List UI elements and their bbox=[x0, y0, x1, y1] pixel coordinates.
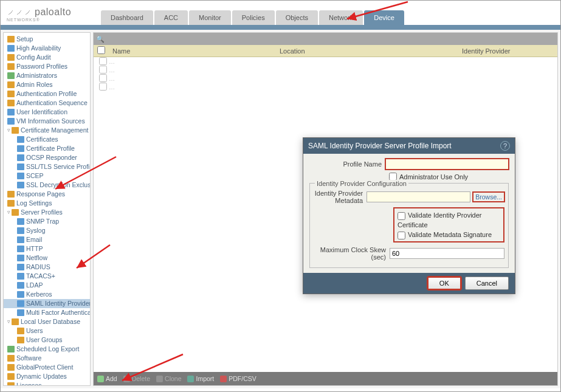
sidebar-item-label: Certificate Profile bbox=[26, 145, 75, 153]
sidebar-item-ssl-tls-service-profile[interactable]: SSL/TLS Service Profile bbox=[4, 162, 90, 171]
sidebar-item-users[interactable]: Users bbox=[4, 326, 90, 335]
tab-policies[interactable]: Policies bbox=[232, 10, 275, 25]
grid-header-location[interactable]: Location bbox=[276, 47, 458, 55]
table-row[interactable]: … bbox=[94, 83, 557, 91]
sidebar-item-saml-identity-provider[interactable]: SAML Identity Provider bbox=[4, 299, 90, 308]
validate-sig-checkbox[interactable] bbox=[398, 232, 405, 239]
sidebar-item-software[interactable]: Software bbox=[4, 354, 90, 363]
help-icon[interactable]: ? bbox=[500, 141, 510, 151]
app-header: ⟋⟋⟋paloalto NETWORKS® DashboardACCMonito… bbox=[1, 1, 560, 25]
table-row[interactable]: … bbox=[94, 74, 557, 83]
sidebar-item-user-identification[interactable]: User Identification bbox=[4, 108, 90, 117]
ok-button[interactable]: OK bbox=[427, 277, 461, 290]
sidebar-item-snmp-trap[interactable]: SNMP Trap bbox=[4, 217, 90, 226]
tree-icon bbox=[7, 109, 15, 115]
validation-check-group: Validate Identity Provider Certificate V… bbox=[393, 207, 504, 242]
row-checkbox[interactable] bbox=[99, 74, 107, 82]
sidebar-item-scheduled-log-export[interactable]: Scheduled Log Export bbox=[4, 345, 90, 354]
metadata-input[interactable] bbox=[367, 191, 470, 202]
tree-icon bbox=[12, 318, 19, 325]
tree-icon bbox=[17, 236, 24, 243]
row-checkbox[interactable] bbox=[99, 66, 107, 74]
sidebar-item-label: Administrators bbox=[16, 72, 57, 80]
browse-button[interactable]: Browse... bbox=[473, 192, 504, 202]
saml-import-dialog: SAML Identity Provider Server Profile Im… bbox=[303, 137, 515, 294]
search-bar[interactable]: 🔍 bbox=[94, 33, 557, 45]
sidebar-item-dynamic-updates[interactable]: Dynamic Updates bbox=[4, 372, 90, 381]
sidebar-item-ldap[interactable]: LDAP bbox=[4, 281, 90, 290]
sidebar-item-config-audit[interactable]: Config Audit bbox=[4, 53, 90, 62]
tab-acc[interactable]: ACC bbox=[154, 10, 188, 25]
grid-header-check[interactable] bbox=[94, 46, 109, 55]
sidebar-item-globalprotect-client[interactable]: GlobalProtect Client bbox=[4, 363, 90, 372]
sidebar-item-certificate-management[interactable]: Certificate Management bbox=[4, 126, 90, 135]
row-checkbox[interactable] bbox=[99, 57, 107, 65]
tree-icon bbox=[12, 209, 19, 216]
sidebar-item-syslog[interactable]: Syslog bbox=[4, 226, 90, 235]
sidebar-item-certificates[interactable]: Certificates bbox=[4, 135, 90, 144]
grid-header-idp[interactable]: Identity Provider bbox=[458, 47, 557, 55]
tree-icon bbox=[7, 346, 15, 352]
sidebar-item-setup[interactable]: Setup bbox=[4, 35, 90, 44]
sidebar-item-ocsp-responder[interactable]: OCSP Responder bbox=[4, 153, 90, 162]
sidebar-item-multi-factor-authentication[interactable]: Multi Factor Authentication bbox=[4, 308, 90, 317]
tab-monitor[interactable]: Monitor bbox=[189, 10, 231, 25]
import-button[interactable]: Import bbox=[187, 375, 214, 382]
sidebar-item-label: Log Settings bbox=[16, 199, 52, 207]
tab-dashboard[interactable]: Dashboard bbox=[101, 10, 153, 25]
sidebar-item-tacacs-[interactable]: TACACS+ bbox=[4, 272, 90, 281]
sidebar-item-log-settings[interactable]: Log Settings bbox=[4, 199, 90, 208]
sidebar-item-authentication-sequence[interactable]: Authentication Sequence bbox=[4, 98, 90, 108]
sidebar-item-local-user-database[interactable]: Local User Database bbox=[4, 317, 90, 326]
sidebar-item-vm-information-sources[interactable]: VM Information Sources bbox=[4, 117, 90, 126]
row-checkbox[interactable] bbox=[99, 83, 107, 91]
pdfcsv-button[interactable]: PDF/CSV bbox=[220, 375, 256, 382]
sidebar-item-netflow[interactable]: Netflow bbox=[4, 253, 90, 263]
sidebar-item-high-availability[interactable]: High Availability bbox=[4, 44, 90, 53]
sidebar-item-response-pages[interactable]: Response Pages bbox=[4, 190, 90, 199]
cancel-button[interactable]: Cancel bbox=[465, 277, 509, 290]
table-row[interactable]: … bbox=[94, 66, 557, 74]
sidebar-item-label: Netflow bbox=[26, 254, 47, 262]
sidebar-item-radius[interactable]: RADIUS bbox=[4, 263, 90, 272]
add-button[interactable]: Add bbox=[97, 375, 117, 382]
sidebar-item-server-profiles[interactable]: Server Profiles bbox=[4, 208, 90, 217]
sidebar-item-password-profiles[interactable]: Password Profiles bbox=[4, 62, 90, 71]
sidebar-item-scep[interactable]: SCEP bbox=[4, 171, 90, 181]
table-row[interactable]: … bbox=[94, 57, 557, 66]
tree-icon bbox=[7, 100, 15, 106]
dialog-footer: OK Cancel bbox=[303, 273, 515, 294]
sidebar-item-label: Kerberos bbox=[26, 291, 52, 298]
tab-objects[interactable]: Objects bbox=[276, 10, 318, 25]
delete-button[interactable]: Delete bbox=[123, 375, 150, 382]
clone-button[interactable]: Clone bbox=[156, 375, 181, 382]
sidebar-item-label: User Groups bbox=[26, 336, 63, 344]
tree-icon bbox=[17, 163, 24, 170]
sidebar-item-label: HTTP bbox=[26, 245, 43, 253]
sidebar-item-ssl-decryption-exclusion[interactable]: SSL Decryption Exclusion bbox=[4, 181, 90, 190]
profile-name-input[interactable] bbox=[385, 159, 509, 170]
tab-network[interactable]: Network bbox=[319, 10, 363, 25]
tab-device[interactable]: Device bbox=[364, 10, 404, 25]
max-skew-input[interactable] bbox=[390, 248, 504, 259]
sidebar-item-email[interactable]: Email bbox=[4, 235, 90, 244]
sidebar-item-label: VM Information Sources bbox=[16, 117, 85, 125]
sidebar-item-kerberos[interactable]: Kerberos bbox=[4, 290, 90, 299]
sidebar-item-http[interactable]: HTTP bbox=[4, 244, 90, 253]
sidebar-item-user-groups[interactable]: User Groups bbox=[4, 335, 90, 345]
sidebar-item-label: SSL Decryption Exclusion bbox=[26, 181, 91, 189]
sidebar-item-authentication-profile[interactable]: Authentication Profile bbox=[4, 89, 90, 98]
dialog-title-text: SAML Identity Provider Server Profile Im… bbox=[308, 142, 452, 150]
clone-icon bbox=[156, 376, 163, 382]
profile-name-label: Profile Name bbox=[309, 160, 385, 168]
dialog-titlebar[interactable]: SAML Identity Provider Server Profile Im… bbox=[303, 138, 515, 154]
sidebar-item-label: Certificates bbox=[26, 136, 58, 143]
sidebar-item-licenses[interactable]: Licenses bbox=[4, 381, 90, 386]
grid-header-name[interactable]: Name bbox=[109, 47, 276, 55]
validate-cert-checkbox[interactable] bbox=[398, 212, 405, 220]
sidebar-item-administrators[interactable]: Administrators bbox=[4, 71, 90, 80]
sidebar-item-certificate-profile[interactable]: Certificate Profile bbox=[4, 144, 90, 153]
pdf-icon bbox=[220, 376, 227, 382]
sidebar-item-label: Dynamic Updates bbox=[16, 373, 67, 380]
sidebar-item-admin-roles[interactable]: Admin Roles bbox=[4, 80, 90, 89]
